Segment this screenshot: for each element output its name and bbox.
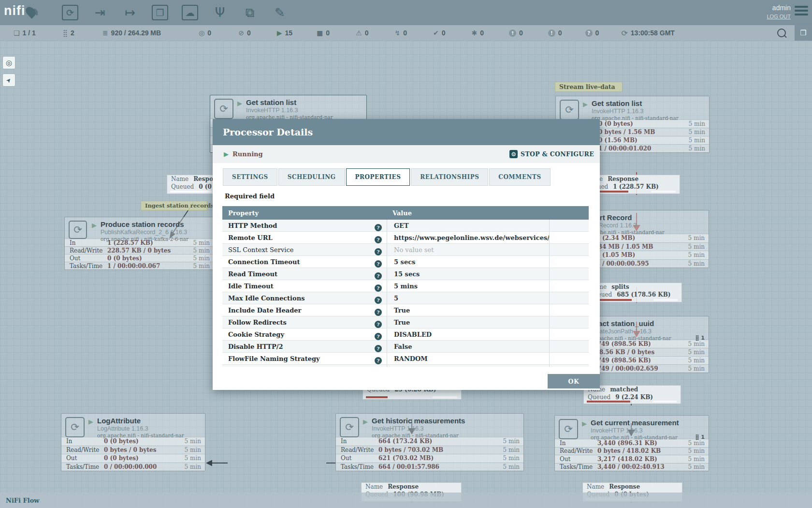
processor-type: LogAttribute 1.16.3 <box>97 425 148 432</box>
run-status-icon: ▶ <box>88 418 93 425</box>
properties-table-header: Property Value <box>222 206 589 220</box>
sync-failure-count: ? 0 <box>585 29 599 37</box>
running-play-icon: ▶ <box>224 150 229 158</box>
tab-settings[interactable]: SETTINGS <box>223 168 277 186</box>
input-port-icon: ⇥ <box>95 5 105 20</box>
global-menu-button[interactable] <box>795 6 808 17</box>
processor-icon: ⟳ <box>214 99 233 119</box>
processor-type: InvokeHTTP 1.16.3 <box>372 425 423 432</box>
property-row: Idle Timeout? 5 mins <box>222 280 589 292</box>
template-tool[interactable]: ⧉ <box>240 3 260 22</box>
process-group-icon: ❐ <box>152 5 168 20</box>
funnel-tool[interactable]: Ψ <box>210 3 230 22</box>
invalid-count: ⚠ 0 <box>356 29 368 37</box>
help-icon[interactable]: ? <box>375 321 382 328</box>
tab-scheduling[interactable]: SCHEDULING <box>278 168 345 186</box>
refresh-status[interactable]: ⟳ 13:00:58 GMT <box>621 29 674 38</box>
help-icon[interactable]: ? <box>375 309 382 316</box>
help-icon[interactable]: ? <box>375 333 382 340</box>
property-row: Follow Redirects? True <box>222 316 589 329</box>
help-icon[interactable]: ? <box>375 297 382 304</box>
ok-button[interactable]: OK <box>548 374 600 388</box>
processor-get-current-measurement[interactable]: ⟳ ▶ Get current measurement InvokeHTTP 1… <box>554 415 709 471</box>
operate-palette-button[interactable]: ➤ <box>2 74 15 87</box>
tab-relationships[interactable]: RELATIONSHIPS <box>411 168 488 186</box>
help-icon[interactable]: ? <box>375 224 382 231</box>
run-status-text: Running <box>232 150 263 158</box>
template-icon: ⧉ <box>246 5 255 20</box>
help-icon[interactable]: ? <box>375 236 382 243</box>
processor-title: Get station list <box>592 99 642 107</box>
cloud-icon: ☁ <box>182 5 198 20</box>
navigate-palette-button[interactable]: ◎ <box>2 56 15 69</box>
property-row: Max Idle Connections? 5 <box>222 292 589 304</box>
search-icon[interactable] <box>777 29 786 37</box>
dialog-status-bar: ▶ Running ⚙ STOP & CONFIGURE <box>213 145 600 163</box>
thread-grid-icon: ⣿ <box>63 29 68 37</box>
process-group-tool[interactable]: ❐ <box>150 3 170 22</box>
processor-title: Get historic measurements <box>372 417 465 425</box>
dialog-header: Processor Details <box>213 119 600 145</box>
refresh-icon: ⟳ <box>621 29 627 38</box>
transmitting-count: ◎ 0 <box>199 29 211 37</box>
remote-process-group-tool[interactable]: ☁ <box>180 3 200 22</box>
help-icon[interactable]: ? <box>375 260 382 268</box>
status-bar: ❑ 1 / 1 ⣿ 2 ≣ 920 / 264.29 MB ◎ 0 ⊘ 0 ▶ … <box>0 25 812 41</box>
processor-title: LogAttribute <box>97 417 141 425</box>
processor-bundle: org.apache.nifi - nifi-standard-nar <box>592 115 679 121</box>
app-header: nifi ⟳ ⇥ ↦ ❐ ☁ Ψ ⧉ ✎ admin LOG OUT <box>0 0 812 25</box>
help-icon[interactable]: ? <box>375 248 382 255</box>
exclamation-circle-icon: ! <box>548 30 555 37</box>
not-transmitting-count: ⊘ 0 <box>238 29 251 37</box>
target-icon: ◎ <box>6 59 12 67</box>
label-tool[interactable]: ✎ <box>270 3 290 22</box>
canvas-label-stream-live-data[interactable]: Stream live-data <box>555 82 623 92</box>
input-port-tool[interactable]: ⇥ <box>90 3 110 22</box>
stop-and-configure-button[interactable]: ⚙ STOP & CONFIGURE <box>509 150 594 158</box>
help-icon[interactable]: ? <box>375 284 382 292</box>
tab-properties[interactable]: PROPERTIES <box>346 168 410 186</box>
panel-icon: ❒ <box>800 29 806 37</box>
properties-table: Property Value HTTP Method? GET Remote U… <box>222 206 589 367</box>
breadcrumb-nifi-flow[interactable]: NiFi Flow <box>6 497 40 504</box>
required-field-label: Required field <box>225 193 275 200</box>
nifi-drop-icon <box>24 5 37 18</box>
processor-log-attribute[interactable]: ⟳ ▶ LogAttribute LogAttribute 1.16.3 org… <box>61 413 205 471</box>
gear-icon: ⚙ <box>509 150 518 158</box>
property-row: Disable HTTP/2? False <box>222 341 589 353</box>
panel-toggle-button[interactable]: ❒ <box>795 25 812 41</box>
breadcrumb: NiFi Flow <box>0 493 812 508</box>
processor-type: InvokeHTTP 1.16.3 <box>246 107 298 114</box>
asterisk-icon: ✱ <box>471 29 477 37</box>
output-port-tool[interactable]: ↦ <box>120 3 140 22</box>
property-row: Read Timeout? 15 secs <box>222 268 589 280</box>
processor-produce-station-records[interactable]: ⟳ ▶ Produce station records PublishKafka… <box>64 217 214 270</box>
help-icon[interactable]: ? <box>375 357 382 364</box>
component-toolbar: ⟳ ⇥ ↦ ❐ ☁ Ψ ⧉ ✎ <box>60 2 290 23</box>
help-icon[interactable]: ? <box>375 345 382 352</box>
processor-bundle: org.apache.nifi - nifi-standard-nar <box>372 433 459 438</box>
processor-type: PublishKafkaRecord_2_6 1.16.3 <box>101 229 187 236</box>
canvas-label-ingest-station-records[interactable]: Ingest station records <box>141 201 207 210</box>
processor-title: Produce station records <box>101 220 184 228</box>
run-status-icon: ▶ <box>583 101 588 108</box>
processor-type: InvokeHTTP 1.16.3 <box>592 108 643 115</box>
column-value: Value <box>387 209 549 217</box>
disabled-bolt-icon: ↯ <box>394 29 400 37</box>
run-status-icon: ▶ <box>92 222 97 229</box>
processor-bundle: org.apache.nifi - nifi-kafka-2-6-nar <box>101 236 188 242</box>
tab-comments[interactable]: COMMENTS <box>489 168 550 186</box>
processor-get-historic-measurements[interactable]: ⟳ ▶ Get historic measurements InvokeHTTP… <box>335 413 524 471</box>
nifi-logo-text: nifi <box>4 4 26 17</box>
disabled-count: ↯ 0 <box>394 29 407 37</box>
question-circle-icon: ? <box>585 30 593 37</box>
active-thread-count: ⣿ 2 <box>63 29 74 37</box>
nifi-logo: nifi <box>4 4 35 17</box>
help-icon[interactable]: ? <box>375 272 382 280</box>
warning-icon: ⚠ <box>356 29 362 37</box>
processor-icon: ⟳ <box>62 5 78 20</box>
arrow-up-circle-icon: ↑ <box>509 30 516 37</box>
up-to-date-count: ✔ 0 <box>433 29 446 37</box>
processor-tool[interactable]: ⟳ <box>60 3 80 22</box>
logout-link[interactable]: LOG OUT <box>767 14 791 19</box>
